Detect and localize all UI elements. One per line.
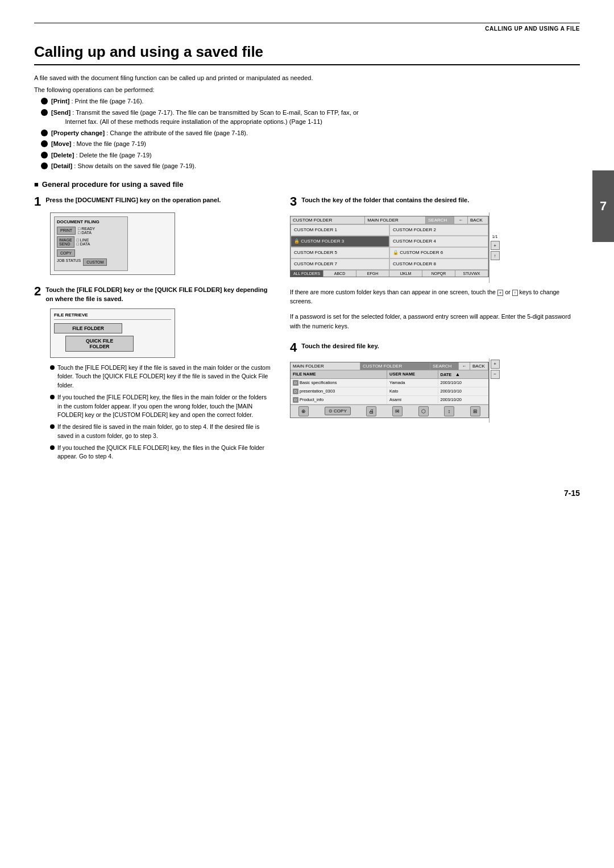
bullet-dot bbox=[41, 109, 48, 116]
step-2-bullet-2: If you touched the [FILE FOLDER] key, th… bbox=[50, 393, 273, 420]
folder-cell-5[interactable]: CUSTOM FOLDER 5 bbox=[291, 247, 389, 258]
col-filename: FILE NAME bbox=[291, 370, 387, 378]
step-2-bullet-3: If the desired file is saved in the main… bbox=[50, 423, 273, 441]
sort-arrow[interactable]: ▲ bbox=[455, 372, 460, 377]
bullet-dot bbox=[50, 365, 55, 370]
custom-key[interactable]: CUSTOM bbox=[83, 258, 107, 266]
tab-all-folders[interactable]: ALL FOLDERS bbox=[291, 270, 323, 277]
line-status: □ LINE bbox=[77, 238, 90, 242]
file-name-1: D Basic specifications bbox=[291, 379, 387, 387]
search-tab[interactable]: SEARCH bbox=[430, 362, 459, 370]
folder-cell-7[interactable]: CUSTOM FOLDER 7 bbox=[291, 258, 389, 270]
bullet-dot bbox=[41, 152, 48, 158]
plus-icon: + bbox=[497, 290, 504, 296]
job-status-label: JOB STATUS bbox=[57, 258, 81, 266]
folder-screen: CUSTOM FOLDER MAIN FOLDER SEARCH ← BACK … bbox=[290, 216, 489, 277]
copy-key[interactable]: COPY bbox=[57, 249, 75, 257]
header-rule bbox=[34, 23, 580, 23]
toolbar-icon-print[interactable]: 🖨 bbox=[366, 406, 376, 416]
image-send-key[interactable]: IMAGESEND bbox=[57, 236, 74, 248]
data-status: □ DATA bbox=[78, 231, 95, 235]
back-arrow-header[interactable]: ← bbox=[454, 216, 468, 224]
main-folder-tab[interactable]: MAIN FOLDER bbox=[291, 362, 360, 370]
copy-btn[interactable]: ⊙ COPY bbox=[325, 407, 351, 415]
file-row-3[interactable]: D Product_info Asami 2003/10/20 bbox=[291, 396, 488, 404]
bullet-property-label: [Property change] bbox=[51, 130, 105, 136]
back-tab[interactable]: BACK bbox=[470, 362, 488, 370]
intro-bullets: [Print] : Print the file (page 7-16). [S… bbox=[41, 97, 580, 171]
custom-folder-tab[interactable]: CUSTOM FOLDER bbox=[360, 362, 430, 370]
bullet-delete-label: [Delete] bbox=[51, 152, 74, 158]
step-2-number: 2 bbox=[34, 285, 41, 298]
toolbar-icon-hex[interactable]: ⬡ bbox=[418, 406, 429, 416]
file-screen-header: MAIN FOLDER CUSTOM FOLDER SEARCH ← BACK bbox=[291, 362, 488, 370]
tab-efgh[interactable]: EFGH bbox=[356, 270, 389, 277]
print-key[interactable]: PRINT bbox=[57, 227, 76, 235]
search-header[interactable]: SEARCH bbox=[426, 216, 454, 224]
bullet-send-label: [Send] bbox=[51, 109, 70, 116]
bullet-print: [Print] : Print the file (page 7-16). bbox=[41, 97, 580, 106]
main-folder-header[interactable]: MAIN FOLDER bbox=[365, 216, 426, 224]
custom-folder-header: CUSTOM FOLDER bbox=[291, 216, 365, 224]
toolbar-icon-move[interactable]: ↕ bbox=[444, 406, 454, 416]
folder-cell-8[interactable]: CUSTOM FOLDER 8 bbox=[389, 258, 488, 270]
quick-file-folder-key[interactable]: QUICK FILEFOLDER bbox=[65, 336, 134, 352]
folder-cell-2[interactable]: CUSTOM FOLDER 2 bbox=[389, 224, 488, 236]
folder-cell-6[interactable]: 🔒 CUSTOM FOLDER 6 bbox=[389, 247, 488, 258]
toolbar-icon-grid[interactable]: ⊞ bbox=[470, 406, 480, 416]
bullet-send-text: : Transmit the saved file (page 7-17). T… bbox=[51, 109, 359, 126]
back-arrow-tab[interactable]: ← bbox=[459, 362, 470, 370]
folder-cell-3[interactable]: 🔒 CUSTOM FOLDER 3 bbox=[291, 236, 389, 247]
file-page-down[interactable]: − bbox=[491, 370, 500, 379]
file-row-2[interactable]: D presentation_0303 Kato 2003/10/10 bbox=[291, 387, 488, 396]
file-page-up[interactable]: + bbox=[491, 360, 500, 369]
bullet-detail: [Detail] : Show details on the saved fil… bbox=[41, 161, 580, 171]
file-row-1[interactable]: D Basic specifications Yamada 2003/10/10 bbox=[291, 379, 488, 387]
step-4-header: 4 Touch the desired file key. bbox=[290, 341, 580, 354]
bullet-move-text: : Move the file (page 7-19) bbox=[71, 140, 146, 147]
step-2-title: Touch the [FILE FOLDER] key or the [QUIC… bbox=[45, 285, 273, 304]
bullet-property: [Property change] : Change the attribute… bbox=[41, 128, 580, 138]
folder-screen-header: CUSTOM FOLDER MAIN FOLDER SEARCH ← BACK bbox=[291, 216, 488, 224]
bullet-property-text: : Change the attribute of the saved file… bbox=[105, 130, 248, 136]
page-up-btn[interactable]: + bbox=[491, 241, 500, 250]
step-2: 2 Touch the [FILE FOLDER] key or the [QU… bbox=[34, 285, 273, 462]
file-folder-key[interactable]: FILE FOLDER bbox=[54, 323, 122, 333]
step-2-mockup: FILE RETRIEVE FILE FOLDER QUICK FILEFOLD… bbox=[50, 308, 175, 358]
file-date-1: 2003/10/10 bbox=[438, 379, 489, 386]
back-header[interactable]: BACK bbox=[468, 216, 488, 224]
toolbar-icon-1[interactable]: ⊕ bbox=[298, 406, 309, 416]
tab-nopqr[interactable]: NOPQR bbox=[422, 270, 455, 277]
file-user-2: Kato bbox=[387, 387, 438, 395]
tab-stuvwx[interactable]: STUVWX bbox=[455, 270, 488, 277]
intro-line2: The following operations can be performe… bbox=[34, 85, 580, 95]
step-3-mockup: CUSTOM FOLDER MAIN FOLDER SEARCH ← BACK … bbox=[290, 212, 580, 283]
file-icon-2: D bbox=[293, 389, 298, 394]
file-col-headers: FILE NAME USER NAME DATE ▲ bbox=[291, 370, 488, 379]
col-date: DATE ▲ bbox=[438, 370, 489, 378]
step-1-header: 1 Press the [DOCUMENT FILING] key on the… bbox=[34, 195, 273, 208]
bullet-dot bbox=[50, 395, 55, 399]
bullet-detail-label: [Detail] bbox=[51, 162, 72, 169]
folder-cell-1[interactable]: CUSTOM FOLDER 1 bbox=[291, 224, 389, 236]
toolbar-icon-send[interactable]: ✉ bbox=[392, 406, 403, 416]
tab-abcd[interactable]: ABCD bbox=[323, 270, 356, 277]
bullet-dot bbox=[41, 140, 48, 147]
bullet-detail-text: : Show details on the saved file (page 7… bbox=[72, 162, 196, 169]
bullet-dot bbox=[50, 445, 55, 450]
page-count: 1/1 bbox=[492, 235, 498, 239]
data-status2: □ DATA bbox=[77, 242, 90, 246]
bullet-dot bbox=[41, 162, 48, 169]
folder-cell-4[interactable]: CUSTOM FOLDER 4 bbox=[389, 236, 488, 247]
step-1-mockup: DOCUMENT FILING PRINT □ READY □ DATA IMA… bbox=[50, 212, 175, 275]
page-down-btn[interactable]: ↑ bbox=[491, 251, 500, 260]
tab-ijklm[interactable]: IJKLM bbox=[389, 270, 422, 277]
folder-grid: CUSTOM FOLDER 1 CUSTOM FOLDER 2 🔒 CUSTOM… bbox=[291, 224, 488, 270]
up-icon: ↑ bbox=[512, 290, 518, 296]
bullet-move-label: [Move] bbox=[51, 140, 71, 147]
folder-pagination: 1/1 + ↑ bbox=[489, 212, 500, 283]
step-3: 3 Touch the key of the folder that conta… bbox=[290, 195, 580, 331]
bullet-dot bbox=[50, 424, 55, 429]
bullet-dot bbox=[41, 130, 48, 136]
step-1: 1 Press the [DOCUMENT FILING] key on the… bbox=[34, 195, 273, 275]
